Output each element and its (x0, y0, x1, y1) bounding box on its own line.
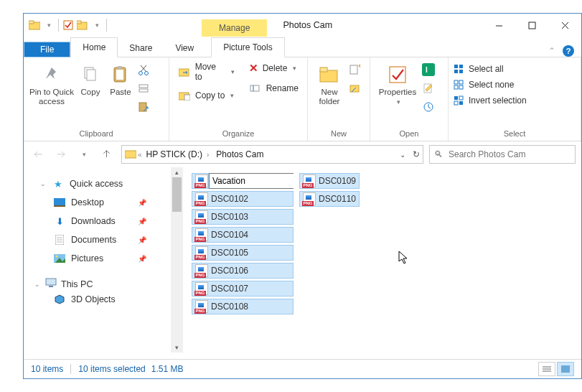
invert-selection-button[interactable]: Invert selection (453, 95, 527, 106)
delete-icon: ✕ (249, 62, 258, 75)
nav-documents[interactable]: Documents📌 (34, 230, 171, 249)
separator (106, 19, 107, 32)
png-file-icon: PNG (303, 192, 316, 205)
svg-rect-37 (454, 70, 458, 73)
chevron-down-icon[interactable]: ▾ (90, 19, 103, 32)
properties-button[interactable]: Properties ▾ (375, 62, 421, 106)
move-to-button[interactable]: Move to▾ (178, 62, 235, 82)
svg-rect-27 (320, 67, 327, 72)
cut-icon[interactable] (137, 63, 150, 76)
breadcrumb-drive[interactable]: HP STICK (D:)› (144, 149, 212, 159)
group-label-clipboard: Clipboard (24, 128, 169, 141)
file-name: DSC0102 (211, 194, 248, 204)
scroll-up-icon[interactable]: ▴ (171, 167, 183, 177)
copy-to-button[interactable]: Copy to▾ (178, 89, 235, 102)
svg-rect-1 (29, 21, 34, 24)
invert-selection-icon (453, 95, 464, 106)
thumbnails-view-button[interactable] (557, 362, 574, 376)
recent-locations-button[interactable]: ▾ (75, 146, 93, 163)
svg-text:✦: ✦ (357, 64, 360, 70)
file-item[interactable]: PNGDSC0104 (192, 227, 294, 243)
open-icon[interactable]: I (422, 63, 435, 76)
rename-icon (249, 82, 262, 95)
close-button[interactable] (548, 14, 581, 37)
svg-rect-19 (139, 89, 148, 92)
file-item[interactable]: PNGDSC0106 (192, 263, 294, 279)
maximize-button[interactable] (515, 14, 548, 37)
png-file-icon: PNG (195, 210, 208, 223)
nav-scrollbar[interactable]: ▴ ▾ (171, 167, 183, 353)
help-icon[interactable]: ? (563, 45, 574, 57)
scroll-thumb[interactable] (172, 177, 182, 212)
delete-button[interactable]: ✕ Delete▾ (249, 62, 299, 75)
edit-icon[interactable] (422, 82, 435, 95)
new-folder-qat-icon[interactable] (76, 19, 89, 32)
file-item[interactable]: PNGDSC0109 (299, 173, 360, 189)
chevron-down-icon[interactable]: ▾ (42, 19, 55, 32)
details-view-button[interactable] (538, 362, 555, 376)
nav-pictures[interactable]: Pictures📌 (34, 249, 171, 268)
pin-to-quick-access-button[interactable]: Pin to Quick access (28, 62, 75, 106)
refresh-icon[interactable]: ↻ (413, 149, 420, 159)
new-item-icon[interactable]: ✦ (348, 63, 361, 76)
nav-this-pc[interactable]: ⌄ This PC (34, 278, 171, 290)
status-selected-count: 10 items selected (78, 364, 145, 374)
back-button[interactable]: 🡠 (29, 146, 47, 163)
svg-rect-35 (454, 65, 458, 68)
nav-desktop[interactable]: Desktop📌 (34, 193, 171, 212)
breadcrumb-folder[interactable]: Photos Cam (213, 149, 266, 159)
content-area: ⌄ ★ Quick access Desktop📌 ⬇Downloads📌 Do… (24, 167, 581, 353)
minimize-button[interactable] (482, 14, 515, 37)
properties-label: Properties (379, 88, 416, 97)
address-bar[interactable]: « HP STICK (D:)› Photos Cam ⌄ ↻ (121, 145, 423, 164)
search-box[interactable]: 🔍︎ (429, 145, 576, 164)
copy-button[interactable]: Copy (75, 62, 105, 97)
desktop-icon (54, 197, 65, 208)
mouse-cursor-icon (398, 251, 410, 265)
scroll-down-icon[interactable]: ▾ (171, 342, 183, 353)
svg-text:I: I (426, 66, 428, 74)
nav-3d-objects[interactable]: 3D Objects (34, 290, 171, 309)
file-item[interactable]: PNGDSC0110 (299, 191, 360, 207)
file-item[interactable]: PNGDSC0105 (192, 245, 294, 261)
move-to-icon (178, 65, 191, 78)
history-icon[interactable] (422, 101, 435, 113)
select-none-button[interactable]: Select none (453, 79, 527, 90)
select-all-button[interactable]: Select all (453, 63, 527, 75)
file-item[interactable]: PNGDSC0108 (192, 299, 294, 314)
tab-home[interactable]: Home (70, 37, 118, 57)
file-item[interactable]: PNG (192, 173, 209, 189)
view-switcher (538, 362, 574, 376)
rename-input[interactable] (210, 174, 299, 188)
rename-button[interactable]: Rename (249, 82, 299, 95)
nav-quick-access[interactable]: ⌄ ★ Quick access (34, 174, 171, 193)
file-list[interactable]: PNG PNGDSC0102PNGDSC0103PNGDSC0104PNGDSC… (183, 167, 581, 353)
separator (70, 364, 71, 374)
paste-shortcut-icon[interactable] (137, 101, 150, 113)
search-input[interactable] (447, 149, 571, 160)
paste-button[interactable]: Paste (105, 62, 136, 97)
new-folder-button[interactable]: New folder (312, 62, 347, 106)
svg-rect-18 (139, 85, 148, 88)
up-button[interactable]: 🡡 (98, 146, 116, 163)
tab-picture-tools[interactable]: Picture Tools (211, 37, 284, 57)
copy-path-icon[interactable] (137, 82, 150, 95)
png-file-icon: PNG (303, 174, 316, 187)
collapse-ribbon-icon[interactable]: ⌃ (548, 46, 555, 56)
svg-rect-58 (49, 286, 53, 287)
file-item[interactable]: PNGDSC0107 (192, 281, 294, 297)
file-item[interactable]: PNGDSC0103 (192, 209, 294, 225)
tab-view[interactable]: View (164, 39, 205, 57)
file-item[interactable]: PNGDSC0102 (192, 191, 294, 207)
ribbon: Pin to Quick access Copy Paste Clipboard (24, 57, 581, 141)
address-dropdown-icon[interactable]: ⌄ (400, 151, 405, 159)
properties-qat-icon[interactable] (62, 19, 75, 32)
rename-editor[interactable] (209, 173, 294, 189)
tab-share[interactable]: Share (118, 39, 164, 57)
tab-file[interactable]: File (24, 42, 70, 57)
easy-access-icon[interactable] (348, 82, 361, 95)
breadcrumb-root-chevron[interactable]: « (138, 151, 142, 159)
nav-downloads[interactable]: ⬇Downloads📌 (34, 212, 171, 230)
png-file-icon: PNG (195, 282, 208, 295)
forward-button[interactable]: 🡢 (52, 146, 70, 163)
